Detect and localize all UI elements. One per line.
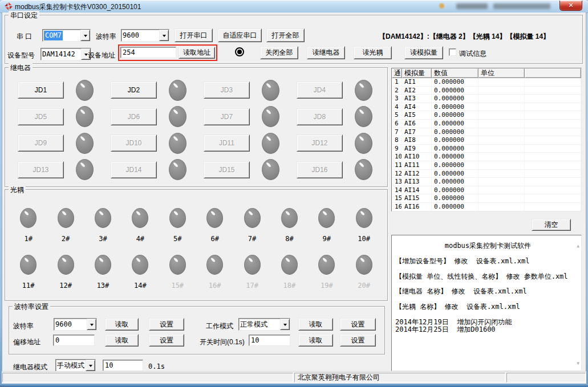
relay-button[interactable]: JD3 [204, 82, 250, 99]
col-header-value[interactable]: 数值 [432, 68, 478, 78]
relay-button[interactable]: JD15 [204, 161, 250, 178]
table-row[interactable]: 11 AI11 0.000000 [392, 161, 581, 170]
table-row[interactable]: 6 AI6 0.000000 [392, 120, 581, 128]
relay-mode-unit-label: 0.1s [148, 362, 165, 370]
dropdown-arrow-icon[interactable] [86, 360, 95, 371]
relay-button[interactable]: JD12 [297, 135, 343, 152]
read-analog-button[interactable]: 读模拟量 [404, 46, 443, 59]
info-line: 【增加设备型号】 修改 设备表.xml.xml [395, 258, 573, 265]
table-row[interactable]: 9 AI9 0.000000 [392, 145, 581, 153]
workmode-set-button[interactable]: 设置 [340, 318, 376, 331]
cell-empty [525, 194, 581, 202]
baud-rate-select[interactable]: 9600 [121, 29, 169, 42]
relay-button[interactable]: JD9 [18, 135, 64, 152]
table-row[interactable]: 3 AI3 0.000000 [392, 95, 581, 103]
relay-button[interactable]: JD6 [111, 108, 157, 125]
clear-button[interactable]: 清空 [532, 219, 571, 231]
relay-button[interactable]: JD16 [297, 161, 343, 178]
opto-cell: 3# [84, 202, 121, 249]
dropdown-arrow-icon[interactable] [280, 319, 290, 330]
table-row[interactable]: 4 AI4 0.000000 [392, 103, 581, 112]
relay-button[interactable]: JD11 [204, 135, 250, 152]
com-port-select[interactable]: COM7 [42, 29, 91, 42]
opto-led-indicator [356, 255, 372, 275]
relay-cell: JD3 [199, 77, 292, 104]
relay-button[interactable]: JD7 [204, 108, 250, 125]
analog-table-body: 1 AI1 0.000000 2 AI2 0.000000 3 AI3 0.00… [392, 78, 581, 211]
scroll-up-icon[interactable]: ▲ [577, 243, 579, 249]
table-row[interactable]: 16 AI16 0.000000 [392, 203, 581, 211]
relay-button[interactable]: JD10 [111, 135, 157, 152]
switchtime-set-button[interactable]: 设置 [340, 334, 376, 347]
dropdown-arrow-icon[interactable] [80, 30, 90, 41]
col-header-channel[interactable]: 通 [392, 68, 402, 78]
read-opto-button[interactable]: 读光耦 [354, 46, 392, 59]
work-mode-select[interactable]: 正常模式 [238, 318, 290, 331]
debug-info-checkbox[interactable] [449, 48, 456, 56]
auto-port-button[interactable]: 自适应串口 [218, 28, 262, 42]
cell-channel: 11 [392, 161, 402, 169]
relay-button[interactable]: JD5 [18, 108, 64, 125]
table-row[interactable]: 10 AI10 0.000000 [392, 153, 581, 161]
cell-unit [478, 120, 525, 128]
opto-led-indicator [132, 208, 148, 228]
read-address-button[interactable]: 读取地址 [179, 47, 215, 59]
offset-set-button[interactable]: 设置 [149, 334, 184, 347]
relay-button[interactable]: JD8 [297, 108, 343, 125]
analog-table-header: 通 模拟量 数值 单位 [392, 68, 581, 78]
relay-mode-time-input[interactable] [103, 360, 143, 371]
col-header-unit[interactable]: 单位 [478, 68, 525, 78]
table-row[interactable]: 5 AI5 0.000000 [392, 111, 581, 120]
table-row[interactable]: 14 AI14 0.000000 [392, 186, 581, 195]
read-relay-button[interactable]: 读继电器 [307, 46, 345, 59]
baud-read-button[interactable]: 读取 [105, 318, 139, 331]
relay-button[interactable]: JD13 [18, 161, 64, 178]
relay-button[interactable]: JD1 [18, 82, 64, 99]
switch-time-input[interactable] [249, 335, 290, 346]
serial-group-label: 串口设定 [9, 11, 39, 21]
table-row[interactable]: 12 AI12 0.000000 [392, 170, 581, 178]
close-button[interactable]: ✕ [559, 1, 582, 11]
cell-analog: AI10 [402, 153, 432, 161]
relay-button[interactable]: JD4 [297, 82, 343, 99]
switchtime-read-button[interactable]: 读取 [298, 334, 333, 347]
table-row[interactable]: 2 AI2 0.000000 [392, 87, 581, 95]
info-line [395, 296, 573, 303]
cell-channel: 1 [392, 78, 402, 86]
close-all-button[interactable]: 关闭全部 [260, 46, 298, 59]
title-bar[interactable]: modbus采集控制卡软件V0300_20150101 ✕ [0, 0, 588, 13]
table-row[interactable]: 1 AI1 0.000000 [392, 78, 581, 87]
background-blur-bar [493, 3, 550, 9]
relay-led-indicator [169, 133, 186, 154]
baud-set-button[interactable]: 设置 [149, 318, 184, 331]
col-header-empty[interactable] [525, 68, 581, 78]
offset-read-button[interactable]: 读取 [105, 334, 139, 347]
workmode-read-button[interactable]: 读取 [298, 318, 333, 331]
switch-time-label: 开关时间(0.1s) [200, 337, 245, 347]
table-row[interactable]: 7 AI7 0.000000 [392, 128, 581, 137]
col-header-analog[interactable]: 模拟量 [402, 68, 432, 78]
opto-cell: 2# [47, 202, 84, 249]
cell-unit [478, 128, 525, 136]
relay-button[interactable]: JD14 [111, 161, 157, 178]
open-port-button[interactable]: 打开串口 [175, 28, 213, 42]
table-row[interactable]: 8 AI8 0.000000 [392, 136, 581, 145]
cell-channel: 4 [392, 103, 402, 111]
opto-cell: 8# [271, 202, 308, 249]
relay-mode-select[interactable]: 手动模式 [55, 359, 96, 372]
scroll-down-icon[interactable]: ▼ [577, 361, 579, 366]
opto-cell: 17# [233, 249, 270, 296]
device-model-select[interactable]: DAM14142 [40, 48, 91, 60]
dropdown-arrow-icon[interactable] [87, 319, 96, 330]
dropdown-arrow-icon[interactable] [159, 30, 169, 41]
cell-value: 0.000000 [432, 136, 478, 144]
relay-button[interactable]: JD2 [111, 82, 157, 99]
offset-address-input[interactable] [53, 335, 95, 346]
open-all-button[interactable]: 打开全部 [266, 28, 305, 42]
work-mode-value: 正常模式 [239, 319, 280, 330]
baud-select[interactable]: 9600 [54, 318, 97, 331]
table-row[interactable]: 13 AI13 0.000000 [392, 178, 581, 186]
table-row[interactable]: 15 AI15 0.000000 [392, 194, 581, 203]
opto-led-indicator [169, 255, 186, 275]
device-address-input[interactable] [120, 47, 176, 58]
